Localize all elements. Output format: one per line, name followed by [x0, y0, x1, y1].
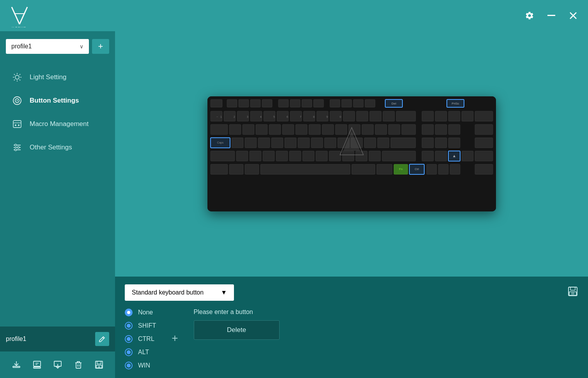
light-icon	[12, 72, 23, 83]
svg-text:3: 3	[247, 115, 248, 118]
svg-rect-84	[243, 124, 254, 135]
keyboard-display: Del PrtSc	[207, 96, 496, 211]
svg-text:Caps: Caps	[217, 141, 223, 144]
save-button[interactable]	[567, 286, 578, 299]
svg-rect-92	[349, 124, 360, 135]
svg-text:Fn: Fn	[399, 167, 402, 171]
svg-rect-72	[343, 111, 355, 121]
svg-point-27	[18, 147, 19, 149]
svg-rect-113	[364, 138, 376, 148]
export-button[interactable]	[29, 357, 45, 373]
svg-rect-47	[239, 99, 249, 107]
svg-rect-110	[324, 138, 336, 148]
main-content: Del PrtSc	[115, 31, 588, 378]
minimize-button[interactable]	[544, 9, 558, 23]
radio-win[interactable]: WIN	[125, 362, 156, 369]
svg-rect-139	[211, 164, 228, 174]
svg-rect-19	[13, 121, 21, 128]
svg-rect-99	[448, 124, 460, 135]
radio-none-circle	[125, 309, 133, 316]
settings-button[interactable]	[522, 9, 537, 23]
svg-rect-88	[296, 124, 307, 135]
svg-point-26	[15, 144, 17, 146]
svg-rect-168	[569, 292, 576, 295]
svg-rect-98	[435, 124, 447, 135]
svg-rect-50	[278, 99, 289, 107]
save-profile-button[interactable]	[91, 357, 107, 373]
profile-dropdown[interactable]: profile1 ∨	[6, 39, 89, 54]
svg-rect-32	[34, 367, 41, 368]
import-button[interactable]	[9, 357, 24, 373]
svg-text:2: 2	[234, 115, 235, 118]
svg-line-13	[19, 80, 20, 80]
radio-win-circle	[125, 362, 133, 369]
load-button[interactable]	[50, 357, 66, 373]
svg-line-1	[19, 7, 27, 24]
delete-key-button[interactable]: Delete	[194, 320, 280, 340]
sidebar-item-macro[interactable]: Macro Management	[0, 112, 115, 136]
svg-rect-87	[282, 124, 294, 135]
delete-profile-button[interactable]	[71, 357, 86, 373]
radio-shift-label: SHIFT	[138, 322, 156, 329]
svg-rect-124	[276, 151, 288, 161]
title-bar: X-BOWS	[0, 0, 588, 31]
svg-rect-56	[353, 99, 363, 107]
svg-rect-79	[448, 111, 460, 121]
svg-text:Del: Del	[391, 102, 396, 105]
svg-rect-80	[462, 111, 473, 121]
svg-rect-140	[229, 164, 243, 174]
svg-rect-93	[362, 124, 374, 135]
close-button[interactable]	[566, 9, 580, 23]
keyboard-area: Del PrtSc	[115, 31, 588, 277]
radio-alt[interactable]: ALT	[125, 348, 156, 356]
svg-rect-95	[388, 124, 400, 135]
svg-rect-51	[290, 99, 300, 107]
key-assignment-section: Please enter a button Delete	[194, 309, 280, 340]
button-type-dropdown[interactable]: Standard keyboard button ▼	[125, 284, 234, 301]
bottom-panel: Standard keyboard button ▼ None	[115, 277, 588, 378]
svg-rect-136	[435, 151, 447, 161]
svg-rect-149	[427, 164, 437, 174]
sidebar-item-light[interactable]: Light Setting	[0, 66, 115, 89]
bottom-toolbar	[0, 351, 115, 378]
svg-rect-54	[330, 99, 340, 107]
button-type-row: Standard keyboard button ▼	[125, 284, 578, 301]
svg-rect-129	[342, 151, 354, 161]
radio-none[interactable]: None	[125, 309, 156, 316]
svg-rect-123	[263, 151, 275, 161]
svg-rect-94	[375, 124, 387, 135]
sidebar-item-label-macro: Macro Management	[30, 120, 89, 128]
svg-text:9: 9	[326, 115, 328, 118]
svg-rect-109	[311, 138, 323, 148]
svg-rect-167	[570, 287, 575, 290]
sidebar-item-button[interactable]: Button Settings	[0, 89, 115, 112]
sidebar-item-other[interactable]: Other Settings	[0, 136, 115, 159]
svg-text:4: 4	[260, 115, 262, 118]
svg-rect-82	[211, 124, 228, 135]
radio-ctrl-label: CTRL	[138, 335, 154, 343]
svg-rect-114	[377, 138, 389, 148]
add-profile-button[interactable]: +	[92, 39, 109, 54]
radio-shift[interactable]: SHIFT	[125, 322, 156, 330]
svg-line-14	[19, 74, 20, 75]
other-settings-icon	[12, 142, 23, 153]
svg-rect-103	[232, 138, 243, 148]
svg-rect-121	[236, 151, 248, 161]
svg-rect-128	[329, 151, 341, 161]
sidebar-item-label-other: Other Settings	[30, 144, 72, 151]
svg-rect-81	[475, 111, 493, 121]
svg-point-7	[15, 75, 19, 79]
svg-line-15	[14, 80, 15, 80]
edit-profile-button[interactable]	[95, 332, 109, 346]
svg-rect-119	[475, 138, 493, 148]
radio-alt-circle	[125, 348, 133, 356]
svg-rect-116	[422, 138, 434, 148]
radio-ctrl-circle	[125, 335, 133, 343]
svg-rect-83	[229, 124, 241, 135]
svg-rect-135	[422, 151, 434, 161]
svg-rect-55	[342, 99, 352, 107]
svg-rect-108	[298, 138, 310, 148]
radio-ctrl[interactable]: CTRL	[125, 335, 156, 343]
svg-rect-89	[309, 124, 321, 135]
svg-rect-77	[422, 111, 434, 121]
